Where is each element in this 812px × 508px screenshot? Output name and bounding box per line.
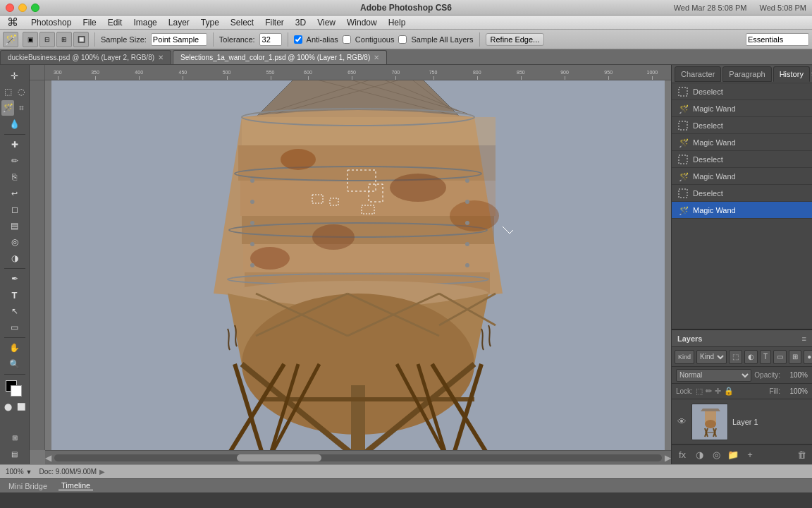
layer-visibility-btn[interactable]: 👁 <box>676 416 687 428</box>
menu-filter[interactable]: Filter <box>259 16 290 30</box>
workspace-dropdown[interactable]: Essentials <box>746 33 809 46</box>
tab-0[interactable]: duckieBusiness.psd @ 100% (Layer 2, RGB/… <box>0 50 171 64</box>
layer-kind-select[interactable]: Kind <box>696 350 727 364</box>
layers-menu-btn[interactable]: ≡ <box>802 334 806 343</box>
tool-extra-1[interactable]: ⊞ <box>2 430 27 445</box>
tool-hand[interactable]: ✋ <box>2 340 27 356</box>
tool-heal[interactable]: ✚ <box>2 137 27 152</box>
horizontal-scrollbar[interactable]: ◀ ▶ <box>45 450 671 464</box>
tool-icon-2[interactable]: ⊟ <box>39 32 55 47</box>
layer-filter-shape[interactable]: ▭ <box>773 350 787 364</box>
tab-history[interactable]: History <box>773 66 810 82</box>
tool-path-select[interactable]: ↖ <box>2 303 27 319</box>
anti-alias-checkbox[interactable] <box>294 35 302 44</box>
tool-icon-4[interactable]: 🔲 <box>73 32 89 47</box>
history-item-5[interactable]: 🪄 Magic Wand <box>672 168 812 185</box>
canvas[interactable] <box>51 80 665 450</box>
blend-mode-select[interactable]: Normal Multiply Screen <box>676 369 751 382</box>
quick-mask-btn[interactable]: ⬤ <box>2 399 15 414</box>
layer-filter-smart[interactable]: ⊞ <box>789 350 801 364</box>
tab-1[interactable]: Selections_1a_wand_color_1.psd @ 100% (L… <box>173 50 387 64</box>
scroll-left-btn[interactable]: ◀ <box>45 453 51 463</box>
tool-icon-1[interactable]: ▣ <box>23 32 38 47</box>
history-item-2[interactable]: Deselect <box>672 117 812 134</box>
history-item-4[interactable]: Deselect <box>672 151 812 168</box>
layer-filter-toggle[interactable]: ● <box>804 350 812 364</box>
maximize-button[interactable] <box>31 4 39 12</box>
tool-brush[interactable]: ✏ <box>2 153 27 169</box>
menu-photoshop[interactable]: Photoshop <box>25 16 77 30</box>
history-item-1[interactable]: 🪄 Magic Wand <box>672 100 812 117</box>
sample-size-dropdown[interactable]: Point Sample 3 by 3 Average 5 by 5 Avera… <box>151 33 207 46</box>
tool-move[interactable]: ✛ <box>2 68 27 83</box>
menu-window[interactable]: Window <box>341 16 383 30</box>
canvas-area[interactable] <box>45 80 671 450</box>
tool-text[interactable]: T <box>2 287 27 303</box>
layer-new-btn[interactable]: + <box>742 448 758 462</box>
history-item-7[interactable]: 🪄 Magic Wand <box>672 202 812 219</box>
screen-mode-btn[interactable]: ⬜ <box>15 399 27 414</box>
tab-0-close[interactable]: ✕ <box>158 54 164 61</box>
layer-fx-btn[interactable]: fx <box>675 448 690 462</box>
tool-eraser[interactable]: ◻ <box>2 202 27 217</box>
sample-all-label[interactable]: Sample All Layers <box>411 35 473 44</box>
opacity-value[interactable]: 100% <box>783 371 808 379</box>
tool-icon-3[interactable]: ⊞ <box>56 32 72 47</box>
layer-filter-adj[interactable]: ◐ <box>744 350 758 364</box>
layer-adjustment-btn[interactable]: ◎ <box>708 448 724 462</box>
tool-dodge[interactable]: ◑ <box>2 250 27 266</box>
workspace-selector[interactable]: Essentials <box>746 33 809 46</box>
scroll-track[interactable] <box>54 454 662 461</box>
refine-edge-button[interactable]: Refine Edge... <box>486 33 545 46</box>
menu-edit[interactable]: Edit <box>102 16 128 30</box>
sample-all-checkbox[interactable] <box>398 35 407 44</box>
anti-alias-label[interactable]: Anti-alias <box>307 35 338 44</box>
tolerance-input[interactable] <box>259 33 282 46</box>
history-item-3[interactable]: 🪄 Magic Wand <box>672 134 812 151</box>
tool-preset-picker[interactable]: 🪄 <box>3 32 18 47</box>
background-color[interactable] <box>11 385 22 397</box>
layer-filter-pixel[interactable]: ⬚ <box>729 350 742 364</box>
bottom-tab-minibridge[interactable]: Mini Bridge <box>6 482 50 490</box>
close-button[interactable] <box>6 4 14 12</box>
zoom-display[interactable]: 100% ▼ <box>6 468 32 476</box>
layer-delete-btn[interactable]: 🗑 <box>794 448 809 462</box>
tool-pen[interactable]: ✒ <box>2 271 27 286</box>
layer-row[interactable]: 👁 Layer 1 <box>672 399 812 445</box>
tab-character[interactable]: Character <box>675 66 721 82</box>
lock-icon-1[interactable]: ⬚ <box>696 387 703 396</box>
menu-image[interactable]: Image <box>128 16 162 30</box>
scroll-thumb[interactable] <box>237 454 321 461</box>
apple-menu[interactable]: ⌘ <box>0 16 25 30</box>
history-item-6[interactable]: Deselect <box>672 185 812 202</box>
bottom-tab-timeline[interactable]: Timeline <box>59 481 93 490</box>
fill-value[interactable]: 100% <box>783 387 808 395</box>
tool-crop[interactable]: ⌗ <box>15 100 27 116</box>
status-arrow-btn[interactable]: ▶ <box>99 468 105 476</box>
tool-extra-2[interactable]: ▤ <box>2 446 27 461</box>
menu-select[interactable]: Select <box>225 16 259 30</box>
tool-zoom[interactable]: 🔍 <box>2 356 27 372</box>
zoom-value[interactable]: 100% <box>6 468 24 476</box>
scroll-right-btn[interactable]: ▶ <box>665 453 671 463</box>
colors-widget[interactable] <box>2 377 27 398</box>
menu-help[interactable]: Help <box>383 16 412 30</box>
tool-history-brush[interactable]: ↩ <box>2 186 27 201</box>
tool-quick-select[interactable]: 🪄 <box>1 100 14 116</box>
lock-icon-4[interactable]: 🔒 <box>724 387 734 396</box>
history-item-0[interactable]: Deselect <box>672 83 812 100</box>
tab-paragraph[interactable]: Paragraph <box>722 66 771 82</box>
menu-layer[interactable]: Layer <box>163 16 195 30</box>
menu-type[interactable]: Type <box>195 16 225 30</box>
lock-icon-3[interactable]: ✛ <box>715 387 721 396</box>
layer-group-btn[interactable]: 📁 <box>725 448 741 462</box>
layer-filter-text[interactable]: T <box>760 350 771 364</box>
layer-name[interactable]: Layer 1 <box>732 418 758 426</box>
menu-file[interactable]: File <box>77 16 102 30</box>
tool-eyedropper[interactable]: 💧 <box>2 116 27 132</box>
tab-1-close[interactable]: ✕ <box>374 54 379 61</box>
tool-gradient[interactable]: ▤ <box>2 218 27 234</box>
lock-icon-2[interactable]: ✏ <box>706 387 712 396</box>
layer-mask-btn[interactable]: ◑ <box>691 448 707 462</box>
minimize-button[interactable] <box>18 4 27 12</box>
